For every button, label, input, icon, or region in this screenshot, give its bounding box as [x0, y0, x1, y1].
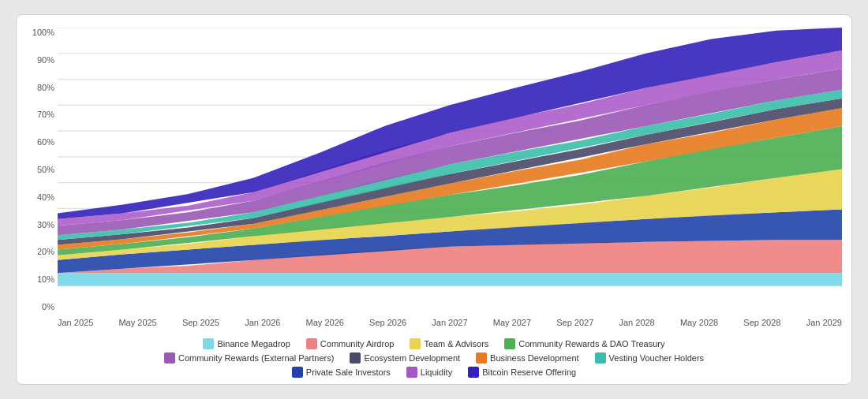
legend-liquidity: Liquidity — [406, 367, 452, 378]
legend-label-liquidity: Liquidity — [421, 367, 452, 377]
plot-area: Jan 2025 May 2025 Sep 2025 Jan 2026 May … — [58, 28, 842, 334]
chart-area: 0% 10% 20% 30% 40% 50% 60% 70% 80% 90% 1… — [26, 28, 842, 334]
y-label-30: 30% — [26, 220, 58, 229]
y-axis: 0% 10% 20% 30% 40% 50% 60% 70% 80% 90% 1… — [26, 28, 58, 334]
area-binance-megadrop — [58, 273, 842, 285]
legend-binance-megadrop: Binance Megadrop — [203, 338, 290, 349]
swatch-binance-megadrop — [203, 338, 214, 349]
x-label-jan29: Jan 2029 — [806, 318, 842, 334]
x-label-sep28: Sep 2028 — [743, 318, 780, 334]
x-label-jan25: Jan 2025 — [58, 318, 93, 334]
y-label-80: 80% — [26, 83, 58, 92]
legend-team-advisors: Team & Advisors — [410, 338, 488, 349]
legend-row-3: Private Sale Investors Liquidity Bitcoin… — [292, 367, 576, 378]
y-label-60: 60% — [26, 137, 58, 147]
legend-label-community-airdrop: Community Airdrop — [320, 339, 395, 349]
y-label-100: 100% — [26, 28, 58, 37]
legend-label-community-rewards-ext: Community Rewards (External Partners) — [178, 353, 334, 363]
swatch-team-advisors — [410, 338, 421, 349]
y-label-90: 90% — [26, 55, 58, 65]
x-label-sep26: Sep 2026 — [369, 318, 406, 334]
x-label-may25: May 2025 — [118, 318, 156, 334]
x-label-jan26: Jan 2026 — [245, 318, 280, 334]
swatch-community-rewards-ext — [164, 352, 175, 364]
legend-private-sale: Private Sale Investors — [292, 367, 391, 378]
x-label-may26: May 2026 — [306, 318, 344, 334]
y-label-20: 20% — [26, 247, 58, 256]
swatch-private-sale — [292, 367, 303, 378]
y-label-50: 50% — [26, 165, 58, 174]
swatch-ecosystem-dev — [350, 352, 361, 364]
legend-community-airdrop: Community Airdrop — [306, 338, 395, 349]
legend-label-business-dev: Business Development — [490, 353, 579, 363]
legend-area: Binance Megadrop Community Airdrop Team … — [26, 334, 842, 378]
legend-ecosystem-dev: Ecosystem Development — [350, 352, 460, 364]
legend-row-1: Binance Megadrop Community Airdrop Team … — [203, 338, 664, 349]
legend-label-vesting-voucher: Vesting Voucher Holders — [609, 353, 704, 363]
x-label-jan28: Jan 2028 — [619, 318, 654, 334]
legend-label-team-advisors: Team & Advisors — [424, 339, 488, 349]
legend-label-ecosystem-dev: Ecosystem Development — [364, 353, 460, 363]
stacked-area-chart — [58, 28, 842, 315]
legend-label-bitcoin-reserve: Bitcoin Reserve Offering — [482, 367, 576, 377]
swatch-community-rewards-dao — [504, 338, 515, 349]
x-axis: Jan 2025 May 2025 Sep 2025 Jan 2026 May … — [58, 315, 842, 334]
swatch-liquidity — [406, 367, 417, 378]
swatch-business-dev — [476, 352, 487, 364]
legend-row-2: Community Rewards (External Partners) Ec… — [164, 352, 704, 364]
x-label-jan27: Jan 2027 — [432, 318, 467, 334]
y-label-10: 10% — [26, 274, 58, 284]
x-label-sep27: Sep 2027 — [556, 318, 593, 334]
x-label-may27: May 2027 — [493, 318, 531, 334]
legend-label-community-rewards-dao: Community Rewards & DAO Treasury — [518, 339, 664, 349]
legend-bitcoin-reserve: Bitcoin Reserve Offering — [468, 367, 576, 378]
legend-vesting-voucher: Vesting Voucher Holders — [595, 352, 704, 364]
legend-community-rewards-ext: Community Rewards (External Partners) — [164, 352, 334, 364]
legend-label-binance-megadrop: Binance Megadrop — [217, 339, 290, 349]
y-label-0: 0% — [26, 302, 58, 311]
y-label-70: 70% — [26, 110, 58, 119]
legend-business-dev: Business Development — [476, 352, 579, 364]
x-label-sep25: Sep 2025 — [182, 318, 219, 334]
swatch-vesting-voucher — [595, 352, 606, 364]
x-label-may28: May 2028 — [680, 318, 718, 334]
legend-label-private-sale: Private Sale Investors — [306, 367, 391, 377]
y-label-40: 40% — [26, 192, 58, 202]
swatch-bitcoin-reserve — [468, 367, 479, 378]
chart-container: 0% 10% 20% 30% 40% 50% 60% 70% 80% 90% 1… — [16, 14, 852, 385]
legend-community-rewards-dao: Community Rewards & DAO Treasury — [504, 338, 664, 349]
swatch-community-airdrop — [306, 338, 317, 349]
